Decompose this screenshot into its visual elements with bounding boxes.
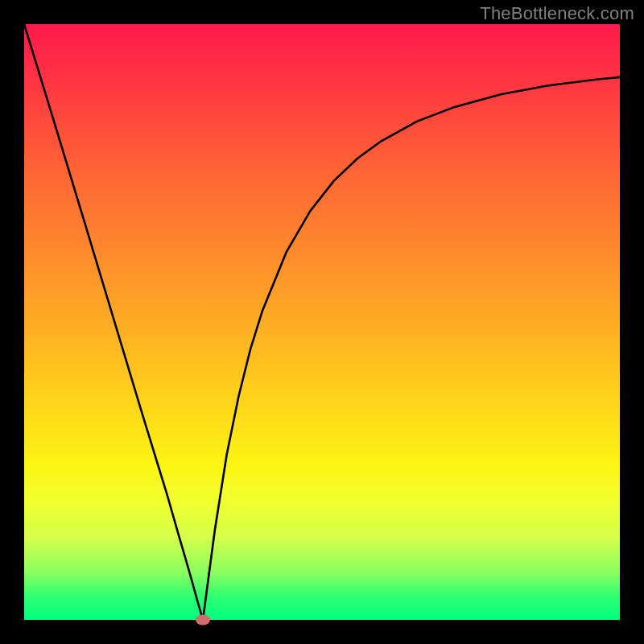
- watermark-text: TheBottleneck.com: [480, 3, 634, 24]
- chart-frame: TheBottleneck.com: [0, 0, 644, 644]
- minimum-marker: [196, 615, 210, 625]
- curve-svg: [24, 24, 620, 620]
- plot-area: [24, 24, 620, 620]
